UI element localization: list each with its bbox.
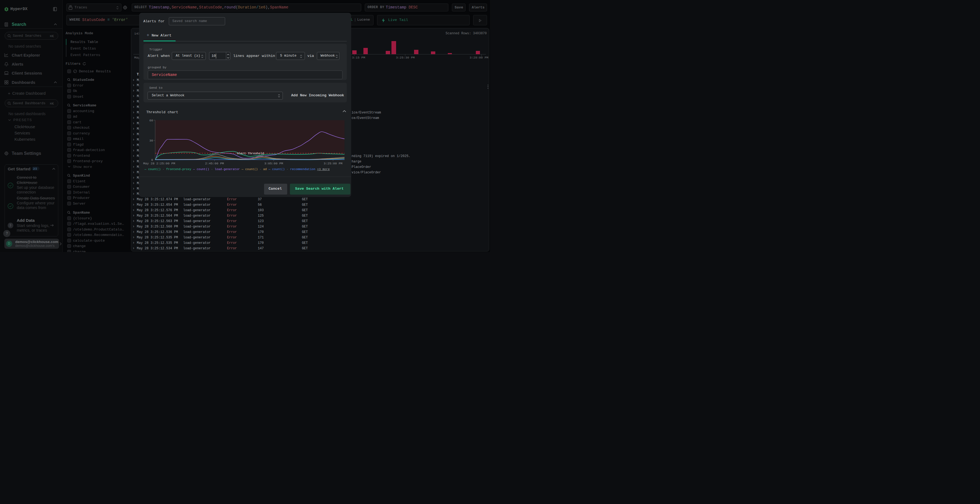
svg-text:30: 30 <box>150 139 153 142</box>
svg-text:3:05:00 PM: 3:05:00 PM <box>264 162 283 165</box>
svg-text:60: 60 <box>150 119 153 122</box>
svg-text:3:25:00 PM: 3:25:00 PM <box>324 162 342 165</box>
svg-text:0: 0 <box>151 158 153 162</box>
svg-text:May 28 2:25:00 PM: May 28 2:25:00 PM <box>143 162 175 165</box>
svg-text:Alert Threshold: Alert Threshold <box>237 152 264 155</box>
svg-text:2:45:00 PM: 2:45:00 PM <box>205 162 224 165</box>
